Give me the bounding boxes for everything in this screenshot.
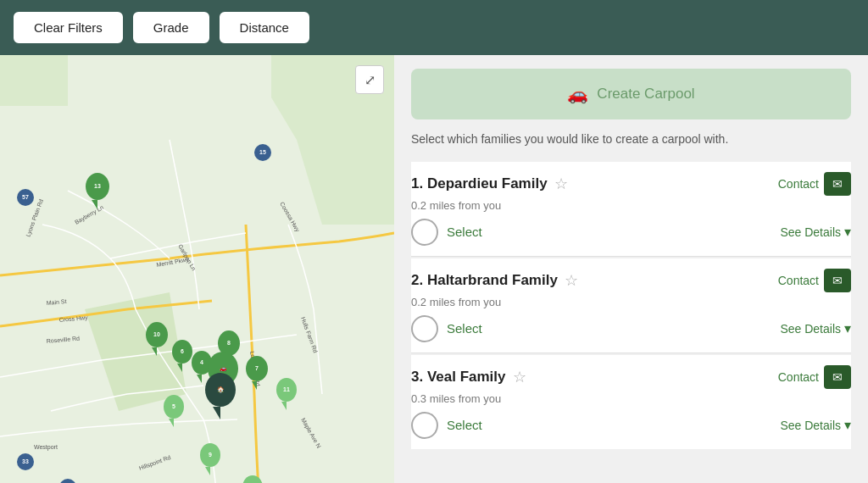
car-icon: 🚗 (567, 84, 588, 104)
create-carpool-button[interactable]: 🚗 Create Carpool (411, 69, 851, 119)
expand-icon: ⤢ (364, 72, 376, 88)
family-1-contact-button[interactable]: Contact ✉ (778, 172, 851, 196)
svg-text:8: 8 (227, 340, 231, 346)
family-1-contact-label: Contact (778, 177, 819, 191)
family-2-mail-icon: ✉ (824, 269, 851, 292)
right-panel: 🚗 Create Carpool Select which families y… (394, 55, 868, 483)
family-2-contact-button[interactable]: Contact ✉ (778, 269, 851, 292)
family-2-distance: 0.2 miles from you (411, 296, 851, 308)
family-1-chevron-down-icon: ▾ (844, 224, 851, 240)
family-2-see-details-button[interactable]: See Details ▾ (780, 320, 851, 336)
distance-filter-button[interactable]: Distance (220, 12, 309, 43)
svg-marker-1 (0, 55, 68, 106)
svg-text:7: 7 (255, 365, 259, 371)
family-2-star-icon[interactable]: ☆ (565, 271, 578, 290)
svg-text:4: 4 (200, 359, 203, 365)
svg-text:13: 13 (94, 183, 101, 189)
family-3-chevron-down-icon: ▾ (844, 417, 851, 433)
family-3-select-label[interactable]: Select (447, 418, 482, 432)
family-3-distance: 0.3 miles from you (411, 392, 851, 405)
family-1-distance: 0.2 miles from you (411, 199, 851, 212)
family-1-see-details-button[interactable]: See Details ▾ (780, 224, 851, 240)
svg-text:10: 10 (153, 331, 160, 337)
expand-map-button[interactable]: ⤢ (355, 65, 384, 94)
family-1-star-icon[interactable]: ☆ (554, 175, 568, 193)
family-1-select-label[interactable]: Select (447, 225, 482, 239)
family-2-chevron-down-icon: ▾ (844, 320, 851, 336)
map-container: 57 15 33 136 Lyons Plain Rd Bayberry Ln … (0, 55, 394, 483)
family-2-rank-name: 2. Haltarbrand Family (411, 272, 558, 289)
svg-text:9: 9 (209, 452, 212, 458)
family-3-see-details-button[interactable]: See Details ▾ (780, 417, 851, 433)
family-2-see-details-label: See Details (780, 322, 841, 336)
family-3-star-icon[interactable]: ☆ (513, 368, 526, 386)
svg-text:Westport: Westport (34, 444, 58, 451)
family-card-1: 1. Depardieu Family ☆ Contact ✉ 0.2 mile… (411, 162, 851, 257)
clear-filters-button[interactable]: Clear Filters (14, 12, 123, 43)
svg-text:5: 5 (172, 403, 175, 409)
family-1-see-details-label: See Details (780, 225, 841, 239)
create-carpool-label: Create Carpool (597, 86, 694, 103)
family-3-contact-label: Contact (778, 370, 819, 384)
family-3-rank-name: 3. Veal Family (411, 369, 506, 386)
svg-text:57: 57 (22, 194, 29, 200)
main-content: 57 15 33 136 Lyons Plain Rd Bayberry Ln … (0, 55, 868, 483)
family-3-contact-button[interactable]: Contact ✉ (778, 365, 851, 389)
family-1-mail-icon: ✉ (824, 172, 851, 196)
family-1-rank-name: 1. Depardieu Family (411, 175, 548, 192)
toolbar: Clear Filters Grade Distance (0, 0, 868, 55)
svg-text:🏠: 🏠 (217, 386, 225, 393)
family-2-select-circle[interactable] (411, 315, 438, 342)
family-1-select-circle[interactable] (411, 219, 438, 246)
family-3-see-details-label: See Details (780, 419, 841, 432)
svg-text:6: 6 (181, 348, 184, 354)
family-card-3: 3. Veal Family ☆ Contact ✉ 0.3 miles fro… (411, 355, 851, 449)
svg-text:15: 15 (259, 149, 266, 155)
family-3-mail-icon: ✉ (824, 365, 851, 389)
family-2-contact-label: Contact (778, 274, 819, 287)
svg-text:11: 11 (283, 386, 290, 392)
svg-text:🚗: 🚗 (220, 364, 227, 372)
family-2-select-label[interactable]: Select (447, 321, 482, 336)
family-card-2: 2. Haltarbrand Family ☆ Contact ✉ 0.2 mi… (411, 258, 851, 353)
select-instruction: Select which families you would like to … (411, 131, 851, 148)
svg-text:33: 33 (22, 458, 29, 464)
family-3-select-circle[interactable] (411, 412, 438, 439)
grade-filter-button[interactable]: Grade (133, 12, 209, 43)
